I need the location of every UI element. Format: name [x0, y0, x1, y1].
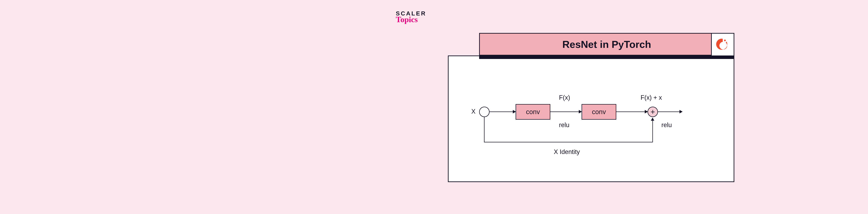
arrow-sum-out [658, 111, 682, 112]
pytorch-badge [711, 34, 734, 56]
identity-label: X Identity [554, 148, 580, 155]
relu1-label: relu [559, 121, 569, 129]
logo-bottom-text: Topics [396, 15, 426, 24]
skip-down [484, 117, 485, 142]
relu2-label: relu [661, 121, 672, 129]
svg-point-0 [724, 40, 726, 41]
arrow-conv2-sum [616, 111, 648, 112]
arrow-conv1-conv2 [550, 111, 582, 112]
pytorch-icon [716, 38, 730, 51]
titlebar-shadow: ResNet in PyTorch [479, 33, 734, 59]
brand-logo: SCALER Topics [396, 10, 426, 24]
input-x-label: X [471, 108, 475, 115]
sum-node: + [648, 107, 658, 117]
sum-symbol: + [650, 108, 655, 116]
input-node [479, 107, 490, 117]
skip-up [652, 118, 653, 142]
conv1-label: conv [526, 108, 540, 116]
skip-across [484, 142, 653, 142]
titlebar: ResNet in PyTorch [479, 33, 734, 56]
fx-label: F(x) [559, 94, 570, 101]
conv2-box: conv [582, 104, 616, 120]
title-text: ResNet in PyTorch [562, 38, 651, 50]
conv2-label: conv [592, 108, 606, 116]
resnet-diagram: X conv F(x) relu conv F(x) + x + relu X … [448, 56, 734, 182]
sum-top-label: F(x) + x [641, 94, 662, 101]
conv1-box: conv [516, 104, 550, 120]
arrow-input-conv1 [490, 111, 516, 112]
